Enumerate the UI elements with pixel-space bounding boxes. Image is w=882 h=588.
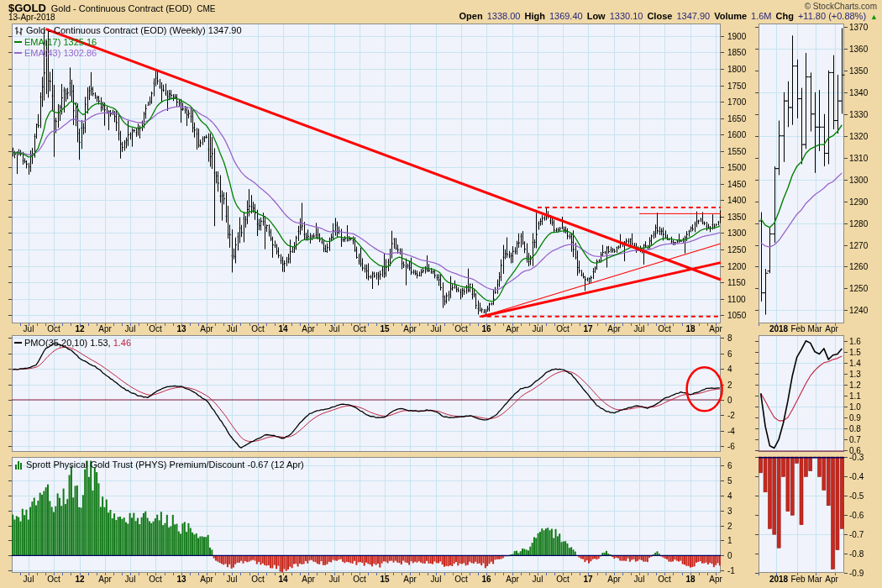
x-axis-label: Jul — [125, 575, 136, 584]
x-axis-label: 17 — [583, 575, 592, 584]
y-tick-label: 1300 — [849, 176, 868, 185]
x-axis-label: Mar — [807, 325, 822, 333]
x-axis-label: Oct — [149, 325, 162, 333]
x-axis-label: 2018 — [769, 325, 788, 333]
main-legend-title: Gold - Continuous Contract (EOD) (Weekly… — [26, 25, 242, 35]
x-axis-label: Oct — [47, 575, 60, 584]
ohlc-chart-icon — [14, 26, 24, 35]
y-tick-label: 1330 — [849, 111, 868, 119]
y-tick-label: 1.3 — [849, 370, 861, 379]
x-axis-label: Jul — [634, 575, 645, 584]
x-axis-label: Apr — [98, 575, 112, 584]
quote-row: Open 1338.00 High 1369.40 Low 1330.10 Cl… — [459, 11, 878, 21]
y-tick-label: 2 — [727, 381, 732, 390]
x-axis-label: Apr — [403, 575, 417, 584]
exchange-label: CME — [197, 4, 215, 13]
x-axis-label: Apr — [98, 325, 112, 333]
y-tick-label: 1900 — [727, 33, 746, 41]
y-tick-label: 4 — [727, 365, 732, 374]
high-value: 1369.40 — [549, 11, 583, 21]
y-tick-label: 0 — [727, 552, 732, 560]
open-value: 1338.00 — [487, 11, 521, 21]
y-tick-label: -0.8 — [849, 550, 864, 559]
volume-value: 1.6M — [751, 11, 771, 21]
x-axis-label: 15 — [380, 575, 389, 584]
ema43-legend-label: EMA(43) 1302.86 — [24, 48, 97, 58]
y-tick-label: 1050 — [727, 312, 746, 320]
y-tick-label: 1.0 — [849, 403, 861, 412]
x-axis-label: Apr — [302, 575, 315, 584]
x-axis-label: Jul — [431, 575, 442, 584]
y-tick-label: 1310 — [849, 155, 868, 163]
x-axis-label: Apr — [607, 575, 621, 584]
x-axis-label: Apr — [506, 575, 519, 584]
chart-date: 13-Apr-2018 — [8, 13, 55, 22]
y-tick-label: 1200 — [727, 263, 746, 271]
y-tick-label: 1400 — [727, 197, 746, 205]
x-axis-label: Jul — [24, 325, 34, 333]
y-tick-label: 4 — [727, 492, 732, 501]
x-axis-label: 16 — [481, 575, 491, 584]
ema17-legend-label: EMA(17) 1325.16 — [24, 37, 97, 47]
chg-value: +11.80 (+0.88%) — [798, 11, 866, 21]
y-tick-label: 1.5 — [849, 349, 861, 357]
up-arrow-icon: ▲ — [870, 13, 878, 21]
phys-legend-title: Sprott Physical Gold Trust (PHYS) Premiu… — [26, 459, 304, 470]
x-axis-label: Jul — [227, 325, 238, 333]
x-axis-label: Jul — [431, 325, 442, 333]
y-tick-label: 1340 — [849, 89, 868, 97]
x-axis-label: Jul — [227, 575, 238, 584]
y-tick-label: 6 — [727, 350, 732, 359]
x-axis-label: Oct — [556, 325, 570, 333]
y-tick-label: 1260 — [849, 263, 868, 271]
x-axis-label: Apr — [709, 325, 722, 333]
instrument-title: Gold - Continuous Contract (EOD) — [51, 3, 192, 13]
x-axis-label: Feb — [790, 575, 805, 584]
y-tick-label: -0.5 — [849, 492, 864, 501]
y-tick-label: 1290 — [849, 198, 868, 207]
x-axis-label: Mar — [807, 575, 822, 584]
x-axis-label: Feb — [790, 325, 805, 333]
y-tick-label: 1850 — [727, 49, 746, 57]
y-tick-label: 1300 — [727, 229, 746, 238]
y-tick-label: -0.3 — [849, 454, 864, 462]
x-axis-label: Apr — [200, 575, 213, 584]
chg-label: Chg — [776, 11, 794, 21]
y-tick-label: 1700 — [727, 98, 746, 107]
y-tick-label: -0.4 — [849, 473, 864, 481]
y-tick-label: 0.9 — [849, 414, 861, 423]
x-axis-label: Oct — [556, 575, 570, 584]
y-tick-label: -1 — [727, 567, 735, 575]
y-tick-label: 1360 — [849, 45, 868, 54]
y-tick-label: 1500 — [727, 164, 746, 172]
y-tick-label: 1600 — [727, 131, 746, 139]
pmo-legend-signal: 1.46 — [113, 338, 131, 348]
y-tick-label: 1150 — [727, 279, 746, 287]
y-tick-label: 1750 — [727, 82, 746, 91]
open-label: Open — [459, 11, 483, 21]
x-axis-label: 14 — [278, 325, 287, 333]
y-tick-label: 1.4 — [849, 360, 861, 368]
y-tick-label: 1250 — [727, 246, 746, 255]
x-axis-label: Oct — [149, 575, 162, 584]
low-value: 1330.10 — [610, 11, 643, 21]
ema17-legend: EMA(17) 1325.16 — [14, 37, 97, 47]
y-tick-label: 1550 — [727, 148, 746, 156]
y-tick-label: 1650 — [727, 115, 746, 123]
y-tick-label: 1250 — [849, 285, 868, 293]
x-axis-label: Jul — [329, 575, 340, 584]
x-axis-label: 18 — [685, 325, 695, 333]
close-label: Close — [647, 11, 672, 21]
x-axis-label: 18 — [685, 575, 695, 584]
x-axis-label: Apr — [302, 325, 315, 333]
x-axis-label: Jul — [533, 575, 543, 584]
pmo-line-swatch — [14, 342, 22, 344]
x-axis-label: Jul — [533, 325, 543, 333]
y-tick-label: 1 — [727, 537, 732, 545]
y-tick-label: 0.8 — [849, 425, 861, 433]
y-tick-label: 1320 — [849, 133, 868, 141]
x-axis-label: Jul — [634, 325, 645, 333]
y-tick-label: 1800 — [727, 66, 746, 74]
y-tick-label: 1350 — [849, 67, 868, 76]
phys-legend: Sprott Physical Gold Trust (PHYS) Premiu… — [14, 459, 304, 470]
